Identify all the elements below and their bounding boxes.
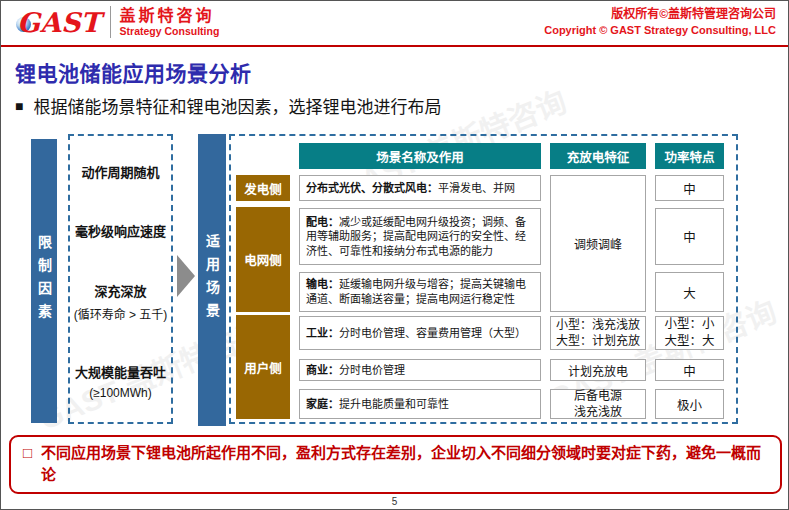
- logo-name-cn: 盖斯特咨询: [120, 7, 220, 25]
- scene-cell: 输电：延缓输电网升级与增容；提高关键输电通道、断面输送容量；提高电网运行稳定性: [299, 272, 541, 312]
- scene-desc: 提升电能质量和可靠性: [339, 398, 449, 410]
- charge-line: 浅充浅放: [574, 404, 622, 420]
- scene-term: 工业：: [306, 327, 339, 339]
- charge-line: 后备电源: [574, 388, 622, 404]
- scene-term: 输电：: [306, 278, 339, 290]
- page-title: 锂电池储能应用场景分析: [15, 57, 252, 87]
- square-bullet-icon: ■: [15, 98, 23, 114]
- column-header-power: 功率特点: [655, 143, 724, 169]
- side-label-user: 用户侧: [236, 315, 290, 419]
- column-header-scene: 场景名称及作用: [299, 143, 541, 169]
- scene-cell: 配电：减少或延缓配电网升级投资；调频、备用等辅助服务；提高配电网运行的安全性、经…: [299, 208, 541, 265]
- scene-cell: 家庭：提升电能质量和可靠性: [299, 389, 541, 419]
- logo: GAST 盖斯特咨询 Strategy Consulting: [15, 6, 219, 38]
- power-cell: 小型：小 大型：大: [655, 316, 724, 350]
- constraint-factors-label: 限制因素: [34, 235, 54, 327]
- header: GAST 盖斯特咨询 Strategy Consulting 版权所有©盖斯特管…: [1, 1, 788, 47]
- scene-desc: 减少或延缓配电网升级投资；调频、备用等辅助服务；提高配电网运行的安全性、经济性、…: [306, 216, 526, 257]
- side-label-generation: 发电侧: [236, 175, 290, 201]
- power-cell: 极小: [655, 389, 724, 419]
- factor-item: 大规模能量吞吐 (≥100MWh): [72, 362, 169, 400]
- factors-box: 动作周期随机 毫秒级响应速度 深充深放 (循环寿命 > 五千) 大规模能量吞吐 …: [68, 134, 173, 424]
- scene-cell: 商业：分时电价管理: [299, 359, 541, 381]
- copyright-cn: 版权所有©盖斯特管理咨询公司: [544, 7, 776, 23]
- factor-text: 毫秒级响应速度: [72, 221, 169, 240]
- charge-cell: 小型：浅充浅放 大型：计划充放: [550, 316, 646, 350]
- right-arrow-icon: [177, 255, 195, 297]
- scenario-table: 场景名称及作用 充放电特征 功率特点 发电侧 电网侧 用户侧 分布式光伏、分散式…: [229, 134, 738, 424]
- scene-desc: 分时电价管理、容量费用管理（大型）: [339, 327, 526, 339]
- power-line: 大型：大: [664, 333, 714, 350]
- charge-cell: 计划充放电: [550, 359, 646, 381]
- gast-logo-text: GAST: [17, 7, 101, 38]
- charge-cell-span: 调频调峰: [550, 175, 646, 312]
- power-cell: 中: [655, 208, 724, 265]
- power-cell: 中: [655, 175, 724, 201]
- logo-names: 盖斯特咨询 Strategy Consulting: [120, 7, 220, 37]
- charge-line: 大型：计划充放: [556, 333, 640, 349]
- scene-term: 配电：: [306, 216, 339, 228]
- factor-text: 大规模能量吞吐: [72, 362, 169, 381]
- factor-text: 动作周期随机: [72, 162, 169, 181]
- factor-subtext: (循环寿命 > 五千): [72, 305, 169, 322]
- scene-cell: 工业：分时电价管理、容量费用管理（大型）: [299, 316, 541, 350]
- factor-subtext: (≥100MWh): [72, 386, 169, 400]
- applicable-scenes-label: 适用场景: [202, 234, 222, 326]
- copyright-en: Copyright © GAST Strategy Consulting, LL…: [544, 23, 776, 37]
- copyright: 版权所有©盖斯特管理咨询公司 Copyright © GAST Strategy…: [544, 7, 776, 37]
- scene-term: 商业：: [306, 364, 339, 376]
- bullet-heading: ■ 根据储能场景特征和锂电池因素，选择锂电池进行布局: [15, 93, 441, 118]
- bullet-heading-text: 根据储能场景特征和锂电池因素，选择锂电池进行布局: [33, 93, 441, 118]
- factor-item: 毫秒级响应速度: [72, 221, 169, 240]
- scene-term: 分布式光伏、分散式风电：: [306, 182, 438, 194]
- scene-desc: 延缓输电网升级与增容；提高关键输电通道、断面输送容量；提高电网运行稳定性: [306, 278, 526, 305]
- power-line: 小型：小: [664, 316, 714, 333]
- scene-cell: 分布式光伏、分散式风电：平滑发电、并网: [299, 175, 541, 201]
- slide: GAST 盖斯特咨询 GAST 盖斯特咨询 GAST 盖斯特咨询 GAST 盖斯…: [0, 0, 789, 510]
- power-cell: 大: [655, 272, 724, 312]
- gast-logo-wordmark: GAST: [15, 9, 101, 36]
- charge-cell: 后备电源 浅充浅放: [550, 389, 646, 419]
- summary-note-text: 不同应用场景下锂电池所起作用不同，盈利方式存在差别，企业切入不同细分领域时要对症…: [41, 442, 766, 486]
- column-header-charge: 充放电特征: [550, 143, 646, 169]
- scene-desc: 平滑发电、并网: [438, 182, 515, 194]
- logo-name-en: Strategy Consulting: [120, 25, 220, 37]
- factor-item: 深充深放 (循环寿命 > 五千): [72, 281, 169, 322]
- constraint-factors-bar: 限制因素: [31, 139, 57, 423]
- factor-item: 动作周期随机: [72, 162, 169, 181]
- scene-term: 家庭：: [306, 398, 339, 410]
- charge-line: 小型：浅充浅放: [556, 317, 640, 333]
- side-label-grid: 电网侧: [236, 207, 290, 312]
- hollow-square-bullet-icon: □: [23, 442, 32, 486]
- factor-text: 深充深放: [72, 281, 169, 300]
- logo-divider: [110, 6, 111, 38]
- applicable-scenes-bar: 适用场景: [198, 134, 226, 426]
- summary-note-box: □ 不同应用场景下锂电池所起作用不同，盈利方式存在差别，企业切入不同细分领域时要…: [9, 435, 782, 494]
- power-cell: 中: [655, 359, 724, 381]
- scene-desc: 分时电价管理: [339, 364, 405, 376]
- page-number: 5: [1, 496, 788, 507]
